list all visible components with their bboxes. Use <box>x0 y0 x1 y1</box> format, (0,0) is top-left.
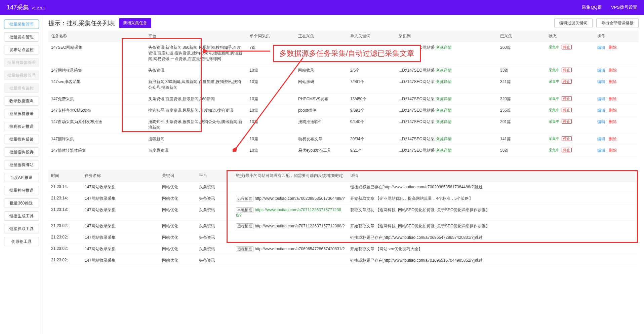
delete-link[interactable]: 删除 <box>609 79 617 84</box>
stop-button[interactable]: 停止 <box>562 79 572 84</box>
task-row: 147SEO网站采集头条资讯,新浪新闻,360新闻,凤凰新闻,搜狗知乎,百度资讯… <box>48 42 639 65</box>
cell-collecting: PHPCMSV9发布 <box>295 94 348 105</box>
sidebar-item-7[interactable]: 批量搜狗推送 <box>4 109 39 118</box>
task-th-2: 单个词采集 <box>247 31 295 42</box>
cell-keywords: 13/450个 <box>348 94 396 105</box>
stop-button[interactable]: 停止 <box>562 96 572 101</box>
preview-tag[interactable]: 远程预览 <box>236 196 253 201</box>
task-th-8: 操作 <box>595 31 639 42</box>
cell-link: 本地预览https://www.toutiao.com/a70711226371… <box>233 205 348 221</box>
top-link-vps[interactable]: VPS拨号设置 <box>611 5 637 10</box>
stop-button[interactable]: 停止 <box>562 45 572 49</box>
sidebar-item-6[interactable]: 收录数据查询 <box>4 96 39 106</box>
cell-collected: 33篇 <box>497 65 546 76</box>
page-hint: 提示：挂机采集任务列表 <box>48 19 115 27</box>
cell-time: 21:23:14: <box>48 182 82 193</box>
cell-time: 21:23:02: <box>48 255 82 266</box>
edit-link[interactable]: 编辑 <box>597 45 605 50</box>
sidebar-item-12[interactable]: 百度API推送 <box>4 173 39 182</box>
log-link[interactable]: http://www.toutiao.com/a7071122637157712… <box>255 224 345 228</box>
log-link[interactable]: http://www.toutiao.com/a7002098535617364… <box>255 196 345 201</box>
edit-link[interactable]: 编辑 <box>597 148 605 153</box>
edit-link[interactable]: 编辑 <box>597 119 605 124</box>
detail-link[interactable]: 浏览详情 <box>436 119 452 124</box>
detail-link[interactable]: 浏览详情 <box>436 148 452 153</box>
sidebar-item-5: 批量排名监控 <box>4 83 39 93</box>
cell-dest: ...D:\147SEO网站采 浏览详情 <box>396 116 497 134</box>
log-table-wrap[interactable]: 时间任务名称关键词平台链接(最小的网站可能没有匹配，如需要可群内反馈增加规则)详… <box>48 170 639 331</box>
edit-link[interactable]: 编辑 <box>597 68 605 73</box>
task-th-0: 任务名称 <box>48 31 146 42</box>
cell-ops: 编辑 | 删除 <box>595 105 639 116</box>
cell-name: 147支持各大CMS发布 <box>48 105 146 116</box>
cell-ops: 编辑 | 删除 <box>595 76 639 94</box>
stop-button[interactable]: 停止 <box>562 68 572 72</box>
cell-platform: 搜狐新闻 <box>146 134 247 145</box>
delete-link[interactable]: 删除 <box>609 137 617 141</box>
stop-button[interactable]: 停止 <box>562 136 572 141</box>
detail-link[interactable]: 浏览详情 <box>436 79 452 84</box>
sidebar-item-15[interactable]: 链接生成工具 <box>4 211 39 221</box>
task-row: 147网站收录采集头条资讯10篇网站收录2/5个...D:\147SEO网站采 … <box>48 65 639 76</box>
top-link-qq[interactable]: 采集QQ群 <box>582 5 602 10</box>
task-row: 147自动采集为原创发布推送搜狗知乎,头条资讯,搜狐新闻,搜狗公众号,腾讯新闻,… <box>48 116 639 134</box>
sidebar-item-11[interactable]: 批量搜狗绑站 <box>4 160 39 170</box>
export-errors-button[interactable]: 导出全部错误链接 <box>596 18 639 28</box>
cell-platform: 头条资讯,百度资讯,新浪新闻,360新闻 <box>146 94 247 105</box>
status-text: 采集中 <box>549 97 560 101</box>
cell-kw: 网站优化 <box>159 205 196 221</box>
cell-platform: 头条资讯 <box>196 182 233 193</box>
stop-button[interactable]: 停止 <box>562 148 572 152</box>
log-row: 21:23:13:147网站收录采集网站优化头条资讯本地预览https://ww… <box>48 205 639 221</box>
cell-task: 147网站收录采集 <box>82 244 159 255</box>
sidebar-item-2[interactable]: 发布站点监控 <box>4 45 39 54</box>
edit-link[interactable]: 编辑 <box>597 108 605 113</box>
task-row: 147seo排名采集新浪新闻,360新闻,凤凰新闻,百度知道,搜狗资讯,搜狗公众… <box>48 76 639 94</box>
cell-collecting: 易优eyou发布工具 <box>295 145 348 156</box>
cell-dest: ...D:\147SEO网站采 浏览详情 <box>396 145 497 156</box>
sidebar-item-8[interactable]: 搜狗验证推送 <box>4 122 39 131</box>
detail-link[interactable]: 浏览详情 <box>436 137 452 141</box>
sidebar-item-0[interactable]: 批量采集管理 <box>4 20 39 29</box>
stop-button[interactable]: 停止 <box>562 108 572 112</box>
cell-link <box>233 232 348 244</box>
cell-collecting: 网站收录 <box>295 65 348 76</box>
sidebar-item-16[interactable]: 链接抓取工具 <box>4 224 39 233</box>
log-link[interactable]: http://www.toutiao.com/a7069654728657420… <box>255 247 345 251</box>
delete-link[interactable]: 删除 <box>609 45 617 50</box>
cell-keywords: 7/968个 <box>348 42 396 65</box>
preview-tag[interactable]: 本地预览 <box>236 207 253 213</box>
sidebar-item-14[interactable]: 批量360推送 <box>4 198 39 208</box>
sidebar-item-1[interactable]: 批量发布管理 <box>4 32 39 42</box>
delete-link[interactable]: 删除 <box>609 68 617 73</box>
sidebar-item-17[interactable]: 伪原创工具 <box>4 237 39 246</box>
preview-tag[interactable]: 远程预览 <box>236 223 253 229</box>
status-text: 采集中 <box>549 68 560 72</box>
edit-link[interactable]: 编辑 <box>597 79 605 84</box>
stop-button[interactable]: 停止 <box>562 119 572 124</box>
cell-single: 7篇 <box>247 42 295 65</box>
cell-status: 采集中 停止 <box>546 145 594 156</box>
delete-link[interactable]: 删除 <box>609 108 617 113</box>
detail-link[interactable]: 浏览详情 <box>436 45 452 50</box>
preview-tag[interactable]: 远程预览 <box>236 246 253 252</box>
sidebar-item-13[interactable]: 批量神马推送 <box>4 186 39 195</box>
sidebar-item-9[interactable]: 批量搜狗反馈 <box>4 135 39 144</box>
edit-link[interactable]: 编辑 <box>597 137 605 141</box>
edit-link[interactable]: 编辑 <box>597 97 605 101</box>
detail-link[interactable]: 浏览详情 <box>436 108 452 113</box>
cell-dest: ...D:\147SEO网站采 浏览详情 <box>396 42 497 65</box>
sidebar-item-10[interactable]: 批量搜狗投诉 <box>4 147 39 157</box>
detail-link[interactable]: 浏览详情 <box>436 68 452 73</box>
cell-platform: 头条资讯 <box>196 244 233 255</box>
delete-link[interactable]: 删除 <box>609 119 617 124</box>
add-task-button[interactable]: 新增采集任务 <box>119 18 151 28</box>
delete-link[interactable]: 删除 <box>609 97 617 101</box>
delete-link[interactable]: 删除 <box>609 148 617 153</box>
cell-keywords: 9/391个 <box>348 105 396 116</box>
cell-ops: 编辑 | 删除 <box>595 42 639 65</box>
detail-link[interactable]: 浏览详情 <box>436 97 452 101</box>
cell-detail: 开始获取文章 【企业网站优化，提高网站流量，4个标准，5个策略】 <box>348 193 639 205</box>
edit-filter-button[interactable]: 编辑过滤关键词 <box>554 18 593 28</box>
cell-single: 10篇 <box>247 116 295 134</box>
